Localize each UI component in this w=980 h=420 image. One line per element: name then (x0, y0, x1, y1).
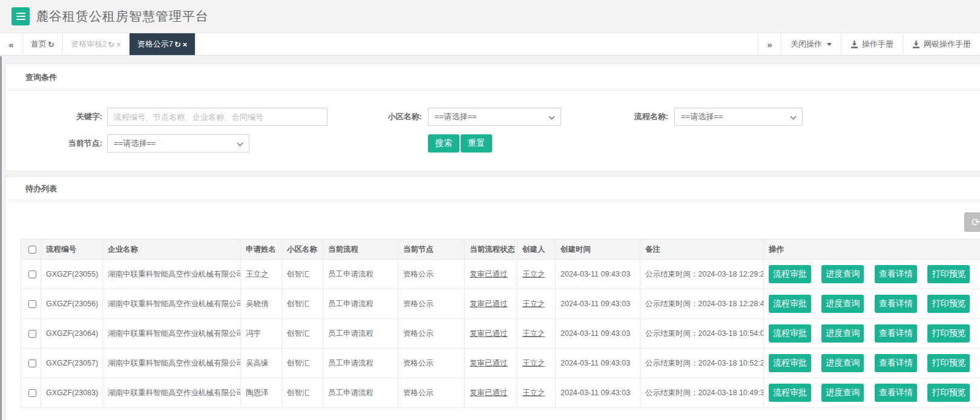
print-preview-button[interactable]: 打印预览 (927, 354, 970, 372)
refresh-icon[interactable]: ↻ (108, 40, 114, 49)
flow-status-link[interactable]: 复审已通过 (470, 300, 508, 308)
print-preview-button[interactable]: 打印预览 (927, 324, 970, 343)
row-checkbox[interactable] (28, 300, 36, 308)
tab-bar: « 首页 ↻ 资格审核2 ↻ × 资格公示7 ↻ × » 关闭操作 操作手册 网… (0, 33, 980, 56)
progress-query-button[interactable]: 进度查询 (821, 384, 864, 402)
tabbar-right-controls: » 关闭操作 操作手册 网银操作手册 (758, 33, 980, 55)
current-flow-cell: 员工申请流程 (323, 378, 398, 408)
flow-id-cell: GXGZF(23057) (41, 349, 103, 378)
creator-link[interactable]: 王立之 (522, 329, 545, 338)
tab-qualification-review[interactable]: 资格审核2 ↻ × (63, 33, 130, 55)
close-icon[interactable]: × (116, 40, 121, 49)
current-node-label: 当前节点: (10, 134, 102, 153)
print-preview-button[interactable]: 打印预览 (927, 295, 970, 313)
row-checkbox[interactable] (28, 330, 36, 338)
col-current-node: 当前节点 (398, 240, 465, 260)
table-refresh-button[interactable]: ⟳ (964, 212, 980, 232)
keyword-label: 关键字: (10, 108, 102, 126)
progress-query-button[interactable]: 进度查询 (821, 354, 864, 372)
col-community: 小区名称 (282, 240, 323, 260)
flow-approve-button[interactable]: 流程审批 (769, 384, 811, 402)
table-row: GXGZF(23083) 湖南中联重科智能高空作业机械有限公司 陶恩泽 创智汇 … (21, 378, 980, 408)
view-details-button[interactable]: 查看详情 (875, 265, 917, 283)
row-checkbox[interactable] (28, 389, 36, 397)
table-row: GXGZF(23064) 湖南中联重科智能高空作业机械有限公司 冯宇 创智汇 员… (21, 319, 980, 349)
flow-name-select[interactable]: ==请选择== (674, 108, 803, 126)
community-cell: 创智汇 (282, 378, 323, 408)
col-remark: 备注 (640, 240, 764, 260)
current-node-cell: 资格公示 (398, 260, 465, 289)
creator-link[interactable]: 王立之 (522, 389, 545, 397)
community-select[interactable]: ==请选择== (428, 108, 561, 126)
current-node-cell: 资格公示 (398, 378, 465, 408)
tabs-scroll-right-icon[interactable]: » (758, 33, 781, 55)
view-details-button[interactable]: 查看详情 (875, 324, 917, 343)
flow-approve-button[interactable]: 流程审批 (769, 265, 811, 283)
menu-toggle-icon[interactable] (12, 7, 30, 25)
community-cell: 创智汇 (282, 289, 323, 319)
progress-query-button[interactable]: 进度查询 (821, 324, 864, 343)
creator-link[interactable]: 王立之 (522, 270, 545, 278)
col-creator: 创建人 (518, 240, 556, 260)
keyword-input[interactable] (107, 108, 327, 126)
table-row: GXGZF(23056) 湖南中联重科智能高空作业机械有限公司 吴晓倩 创智汇 … (21, 289, 980, 319)
flow-approve-button[interactable]: 流程审批 (769, 354, 811, 372)
tabs-scroll-left-icon[interactable]: « (0, 33, 23, 55)
close-operations-dropdown[interactable]: 关闭操作 (781, 33, 841, 55)
progress-query-button[interactable]: 进度查询 (821, 265, 864, 283)
col-company: 企业名称 (103, 240, 241, 260)
flow-status-link[interactable]: 复审已通过 (470, 389, 508, 397)
remark-cell: 公示结束时间：2024-03-18 12:28:46 (640, 289, 764, 319)
todo-panel: 待办列表 ⟳ 流程编号 企业名称 申请姓名 小区名称 当前流程 当前节点 当前流… (5, 176, 980, 420)
table-header-row: 流程编号 企业名称 申请姓名 小区名称 当前流程 当前节点 当前流程状态 创建人… (21, 240, 980, 260)
view-details-button[interactable]: 查看详情 (875, 295, 917, 313)
manual-download-button[interactable]: 操作手册 (841, 33, 903, 55)
tab-qualification-publicity[interactable]: 资格公示7 ↻ × (130, 33, 196, 55)
row-checkbox[interactable] (28, 359, 36, 367)
tab-home[interactable]: 首页 ↻ (23, 33, 63, 55)
progress-query-button[interactable]: 进度查询 (821, 295, 864, 313)
chevron-down-icon (549, 114, 555, 120)
reset-button[interactable]: 重置 (461, 134, 492, 153)
print-preview-button[interactable]: 打印预览 (927, 265, 970, 283)
current-node-cell: 资格公示 (398, 319, 465, 349)
search-button[interactable]: 搜索 (428, 134, 459, 153)
table-row: GXGZF(23055) 湖南中联重科智能高空作业机械有限公司 王立之 创智汇 … (21, 260, 980, 289)
print-preview-button[interactable]: 打印预览 (927, 384, 970, 402)
refresh-icon[interactable]: ↻ (174, 40, 181, 49)
flow-name-label: 流程名称: (576, 108, 668, 126)
created-at-cell: 2024-03-11 09:43:03 (556, 349, 640, 378)
flow-approve-button[interactable]: 流程审批 (769, 324, 811, 343)
applicant-cell: 冯宇 (241, 319, 282, 349)
close-icon[interactable]: × (183, 40, 188, 49)
applicant-cell: 吴晓倩 (241, 289, 282, 319)
flow-status-link[interactable]: 复审已通过 (470, 359, 508, 367)
current-node-select[interactable]: ==请选择== (107, 134, 249, 153)
remark-cell: 公示结束时间：2024-03-18 10:54:07 (640, 319, 764, 349)
todo-table: 流程编号 企业名称 申请姓名 小区名称 当前流程 当前节点 当前流程状态 创建人… (21, 239, 980, 408)
created-at-cell: 2024-03-11 09:43:03 (556, 319, 640, 349)
download-icon (912, 41, 920, 48)
flow-id-cell: GXGZF(23064) (41, 319, 103, 349)
creator-link[interactable]: 王立之 (522, 300, 545, 308)
flow-approve-button[interactable]: 流程审批 (769, 295, 811, 313)
view-details-button[interactable]: 查看详情 (875, 354, 917, 372)
chevron-down-icon (827, 43, 832, 46)
table-row: GXGZF(23057) 湖南中联重科智能高空作业机械有限公司 吴高缘 创智汇 … (21, 349, 980, 378)
todo-panel-title: 待办列表 (5, 177, 980, 200)
community-label: 小区名称: (330, 108, 422, 126)
flow-status-link[interactable]: 复审已通过 (470, 270, 508, 278)
flow-id-cell: GXGZF(23083) (41, 378, 103, 408)
current-flow-cell: 员工申请流程 (323, 319, 398, 349)
select-all-checkbox[interactable] (28, 246, 36, 254)
bank-manual-download-button[interactable]: 网银操作手册 (903, 33, 980, 55)
row-checkbox[interactable] (28, 271, 36, 278)
view-details-button[interactable]: 查看详情 (875, 384, 917, 402)
chevron-down-icon (237, 140, 243, 146)
refresh-icon[interactable]: ↻ (48, 40, 54, 49)
flow-id-cell: GXGZF(23056) (41, 289, 103, 319)
created-at-cell: 2024-03-11 09:43:03 (556, 378, 640, 408)
creator-link[interactable]: 王立之 (522, 359, 545, 367)
flow-status-link[interactable]: 复审已通过 (470, 329, 508, 338)
applicant-cell: 吴高缘 (241, 349, 282, 378)
